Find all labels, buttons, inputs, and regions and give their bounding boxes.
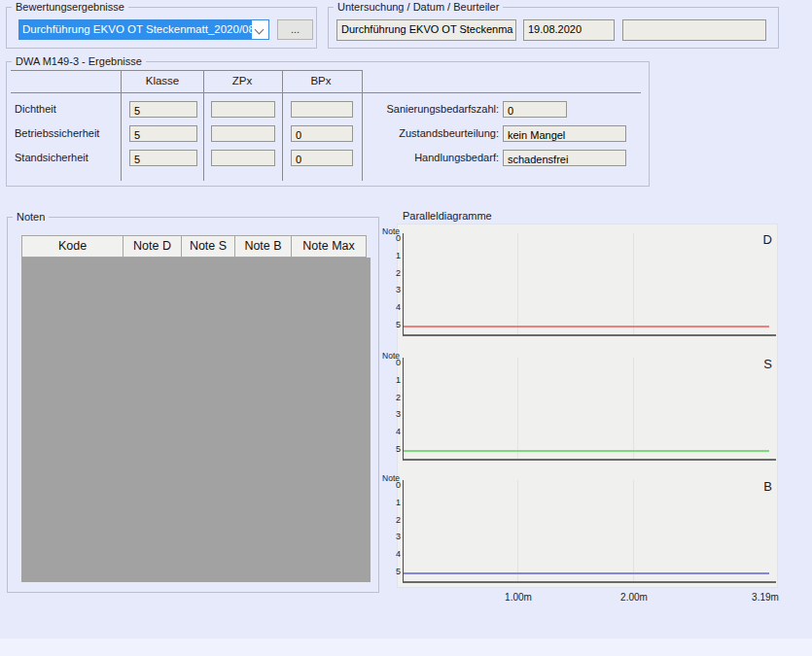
x-tick-label: 3.19m bbox=[752, 592, 779, 603]
x-tick-label: 2.00m bbox=[620, 592, 648, 603]
y-tick-label: 5 bbox=[387, 567, 401, 576]
chart-D: NoteD012345 bbox=[403, 233, 776, 336]
y-tick-label: 2 bbox=[387, 393, 401, 402]
y-tick-label: 0 bbox=[387, 480, 401, 490]
chart-S: NoteS012345 bbox=[403, 358, 776, 461]
gridline bbox=[633, 480, 634, 581]
grade-line-D bbox=[404, 326, 769, 328]
panel-label-D: D bbox=[763, 232, 772, 247]
gridline bbox=[633, 358, 634, 459]
gridline bbox=[517, 233, 518, 334]
y-tick-label: 4 bbox=[387, 549, 401, 559]
grade-line-S bbox=[404, 450, 769, 452]
panel-label-B: B bbox=[763, 479, 772, 494]
gridline bbox=[517, 480, 518, 581]
y-tick-label: 1 bbox=[387, 375, 401, 385]
charts-layer: NoteD012345NoteS012345NoteB0123451.00m2.… bbox=[0, 0, 812, 656]
y-tick-label: 1 bbox=[387, 498, 401, 507]
y-tick-label: 3 bbox=[387, 285, 401, 294]
grade-line-B bbox=[404, 572, 769, 574]
y-tick-label: 3 bbox=[387, 532, 401, 541]
chart-B: NoteB012345 bbox=[403, 480, 776, 583]
y-tick-label: 0 bbox=[387, 233, 401, 243]
y-tick-label: 5 bbox=[387, 444, 401, 454]
gridline bbox=[517, 358, 518, 459]
y-tick-label: 4 bbox=[387, 302, 401, 312]
x-tick-label: 1.00m bbox=[505, 592, 532, 603]
y-tick-label: 5 bbox=[387, 320, 401, 329]
assessment-results-window: Bewertungsergebnisse Durchführung EKVO O… bbox=[0, 0, 812, 656]
y-tick-label: 4 bbox=[387, 427, 401, 436]
y-tick-label: 0 bbox=[387, 358, 401, 367]
gridline bbox=[633, 233, 634, 334]
y-tick-label: 2 bbox=[387, 268, 401, 278]
y-tick-label: 3 bbox=[387, 409, 401, 419]
bottom-strip bbox=[0, 639, 812, 656]
y-tick-label: 2 bbox=[387, 515, 401, 525]
panel-label-S: S bbox=[763, 357, 772, 371]
y-tick-label: 1 bbox=[387, 251, 401, 260]
